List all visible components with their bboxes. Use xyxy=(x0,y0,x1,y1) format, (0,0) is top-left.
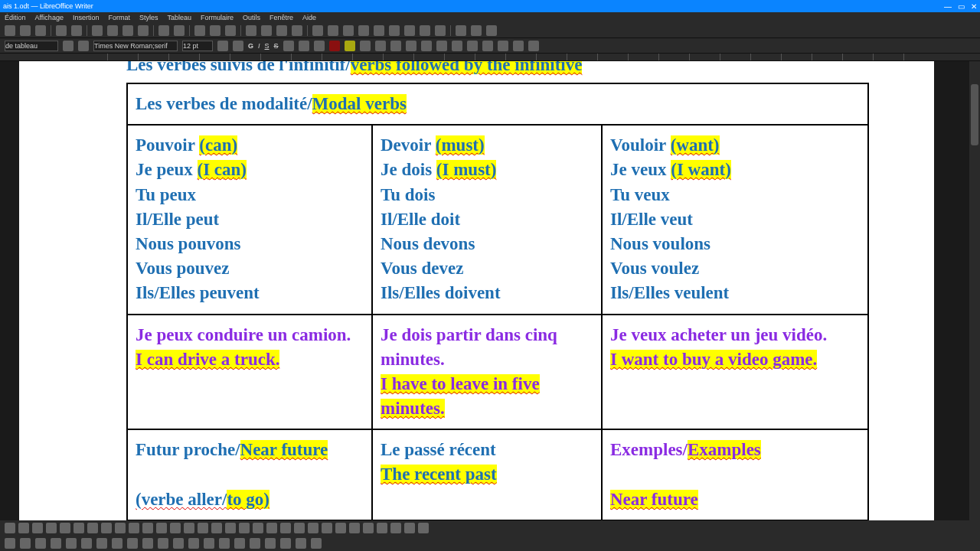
paragraph-style-select[interactable] xyxy=(5,41,58,51)
formula-icon[interactable] xyxy=(404,523,415,533)
table-delete-row-icon[interactable] xyxy=(60,523,70,533)
horizontal-ruler[interactable] xyxy=(0,54,980,61)
polyline-icon[interactable] xyxy=(66,538,77,549)
menu-styles[interactable]: Styles xyxy=(139,14,158,21)
field-icon[interactable] xyxy=(328,25,338,36)
crossref-icon[interactable] xyxy=(404,25,415,36)
minimize-icon[interactable]: — xyxy=(944,2,952,11)
bullets-icon[interactable] xyxy=(421,41,432,51)
right-triangle-icon[interactable] xyxy=(173,538,184,549)
textbox-icon[interactable] xyxy=(292,25,302,36)
updatestyle-icon[interactable] xyxy=(63,41,74,51)
scrollbar-thumb[interactable] xyxy=(971,84,978,145)
extrusion-icon[interactable] xyxy=(311,538,322,549)
footnote-icon[interactable] xyxy=(374,25,384,36)
image-icon[interactable] xyxy=(261,25,272,36)
redo-icon[interactable] xyxy=(174,25,185,36)
numberformat-decimal-icon[interactable] xyxy=(308,523,318,533)
numberformat-percent-icon[interactable] xyxy=(294,523,305,533)
select-icon[interactable] xyxy=(5,538,15,549)
font-size-select[interactable] xyxy=(182,41,213,51)
unprotect-icon[interactable] xyxy=(377,523,387,533)
align-left-icon[interactable] xyxy=(360,41,371,51)
basicshapes-icon[interactable] xyxy=(471,25,482,36)
export-pdf-icon[interactable] xyxy=(56,25,67,36)
square-icon[interactable] xyxy=(112,538,122,549)
undo-icon[interactable] xyxy=(158,25,169,36)
paraspacing-down-icon[interactable] xyxy=(528,41,539,51)
callouts-icon[interactable] xyxy=(250,538,260,549)
menu-affichage[interactable]: Affichage xyxy=(35,14,64,21)
numberformat-icon[interactable] xyxy=(322,523,332,533)
numberformat-currency-icon[interactable] xyxy=(280,523,291,533)
flowchart-icon[interactable] xyxy=(265,538,276,549)
circle-icon[interactable] xyxy=(142,538,153,549)
freeform-icon[interactable] xyxy=(51,538,61,549)
menu-edition[interactable]: Édition xyxy=(5,14,26,21)
document-page[interactable]: Les verbes suivis de l'infinitif/verbs f… xyxy=(19,61,934,520)
find-icon[interactable] xyxy=(194,25,205,36)
table-borders-icon[interactable] xyxy=(239,523,250,533)
text-box-icon[interactable] xyxy=(280,538,291,549)
outline-icon[interactable] xyxy=(452,41,462,51)
bold-button[interactable]: G xyxy=(248,42,253,50)
italic-button[interactable]: I xyxy=(258,42,260,50)
stars-icon[interactable] xyxy=(234,538,245,549)
table-align-center-icon[interactable] xyxy=(184,523,194,533)
table-bgcolor-icon[interactable] xyxy=(211,523,222,533)
cut-icon[interactable] xyxy=(92,25,103,36)
align-right-icon[interactable] xyxy=(390,41,401,51)
shrink-font-icon[interactable] xyxy=(233,41,243,51)
bookmark-icon[interactable] xyxy=(389,25,400,36)
drawfunctions-icon[interactable] xyxy=(486,25,497,36)
comment-icon[interactable] xyxy=(420,25,430,36)
basic-shapes-icon[interactable] xyxy=(188,538,199,549)
rounded-rect-icon[interactable] xyxy=(96,538,107,549)
triangle-icon[interactable] xyxy=(158,538,168,549)
decrease-indent-icon[interactable] xyxy=(482,41,493,51)
menu-tableau[interactable]: Tableau xyxy=(167,14,191,21)
block-arrows-icon[interactable] xyxy=(219,538,230,549)
table-insert-col-left-icon[interactable] xyxy=(32,523,43,533)
underline-button[interactable]: S xyxy=(265,42,270,50)
chart-icon[interactable] xyxy=(276,25,287,36)
table-insert-row-above-icon[interactable] xyxy=(5,523,15,533)
clone-format-icon[interactable] xyxy=(138,25,149,36)
clearformat-icon[interactable] xyxy=(314,41,325,51)
save-icon[interactable] xyxy=(35,25,46,36)
protect-icon[interactable] xyxy=(363,523,374,533)
menu-insertion[interactable]: Insertion xyxy=(73,14,100,21)
menu-format[interactable]: Format xyxy=(108,14,130,21)
caption-icon[interactable] xyxy=(335,523,346,533)
close-icon[interactable]: ✕ xyxy=(971,2,977,11)
ellipse-icon[interactable] xyxy=(127,538,138,549)
table-select-table-icon[interactable] xyxy=(115,523,126,533)
line-icon[interactable] xyxy=(456,25,466,36)
fontwork-icon[interactable] xyxy=(296,538,306,549)
subscript-icon[interactable] xyxy=(299,41,309,51)
table-delete-icon[interactable] xyxy=(87,523,98,533)
paste-icon[interactable] xyxy=(122,25,133,36)
newstyle-icon[interactable] xyxy=(78,41,89,51)
print-icon[interactable] xyxy=(71,25,82,36)
curve-icon[interactable] xyxy=(35,538,46,549)
paraspacing-up-icon[interactable] xyxy=(513,41,524,51)
trackchanges-icon[interactable] xyxy=(435,25,446,36)
specialchar-icon[interactable] xyxy=(343,25,354,36)
sum-icon[interactable] xyxy=(390,523,401,533)
table-borderstyle-icon[interactable] xyxy=(253,523,263,533)
symbol-shapes-icon[interactable] xyxy=(204,538,214,549)
menu-outils[interactable]: Outils xyxy=(243,14,260,21)
menu-formulaire[interactable]: Formulaire xyxy=(201,14,234,21)
superscript-icon[interactable] xyxy=(283,41,294,51)
strike-button[interactable]: S xyxy=(274,42,279,50)
table-icon[interactable] xyxy=(246,25,256,36)
spellcheck-icon[interactable] xyxy=(210,25,220,36)
table-align-bottom-icon[interactable] xyxy=(198,523,208,533)
numbering-icon[interactable] xyxy=(436,41,447,51)
font-name-select[interactable] xyxy=(93,41,178,51)
sort-icon[interactable] xyxy=(349,523,360,533)
table-select-cell-icon[interactable] xyxy=(101,523,112,533)
table-insert-row-below-icon[interactable] xyxy=(18,523,29,533)
increase-indent-icon[interactable] xyxy=(467,41,478,51)
